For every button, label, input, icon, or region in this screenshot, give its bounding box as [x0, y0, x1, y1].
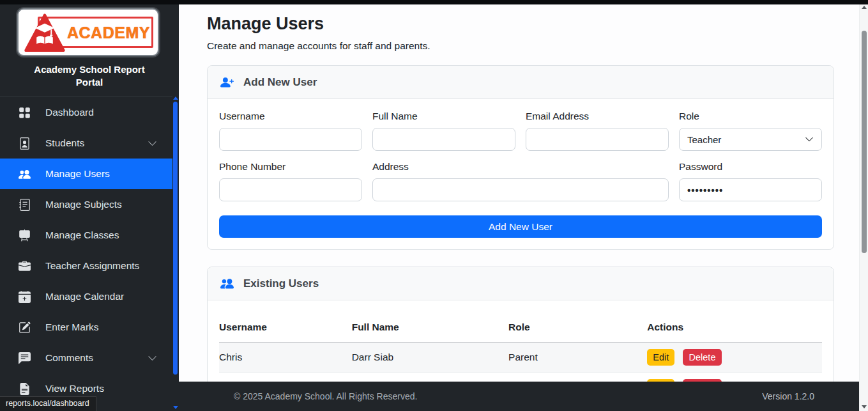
username-field-group: Username — [219, 111, 362, 151]
add-user-form: Username Full Name Email Address Role Te… — [219, 111, 822, 201]
page-subtitle: Create and manage accounts for staff and… — [207, 40, 834, 52]
sidebar-item-students[interactable]: Students — [0, 128, 172, 159]
table-row: Chris Darr Siab Parent Edit Delete — [219, 343, 822, 373]
sidebar-item-label: Dashboard — [45, 107, 94, 118]
existing-users-card-header: Existing Users — [208, 267, 834, 300]
edit-button[interactable]: Edit — [647, 349, 674, 366]
link-status-bar: reports.local/dashboard — [0, 396, 96, 411]
academy-logo: ACADEMY — [17, 8, 159, 56]
sidebar-item-label: Enter Marks — [45, 322, 99, 333]
address-field-group: Address — [372, 161, 669, 201]
pencil-square-icon — [19, 322, 31, 334]
calendar-plus-icon — [19, 291, 31, 303]
people-icon — [220, 277, 234, 290]
role-selected-value: Teacher — [687, 134, 721, 145]
add-user-card-header: Add New User — [208, 66, 834, 99]
cell-username: Chris — [219, 343, 352, 373]
full-name-field-group: Full Name — [372, 111, 515, 151]
sidebar-item-label: Teacher Assignments — [45, 260, 139, 272]
chevron-down-icon — [148, 139, 157, 148]
sidebar-item-label: Comments — [45, 352, 93, 364]
full-name-input[interactable] — [372, 128, 515, 151]
password-input[interactable] — [679, 178, 822, 201]
version-text: Version 1.2.0 — [762, 391, 814, 401]
existing-users-card-title: Existing Users — [243, 277, 319, 290]
username-input[interactable] — [219, 128, 362, 151]
phone-field-group: Phone Number — [219, 161, 362, 201]
sidebar-item-label: Manage Users — [45, 168, 110, 180]
sidebar-item-manage-calendar[interactable]: Manage Calendar — [0, 281, 172, 312]
phone-input[interactable] — [219, 178, 362, 201]
scroll-up-arrow-icon[interactable] — [173, 97, 178, 100]
sidebar-scrollbar-thumb[interactable] — [173, 102, 178, 375]
full-name-label: Full Name — [372, 111, 515, 122]
page-scrollbar[interactable] — [859, 0, 868, 411]
cell-full-name: Darr Siab — [352, 343, 508, 373]
sidebar-item-enter-marks[interactable]: Enter Marks — [0, 312, 172, 343]
person-plus-icon — [220, 75, 234, 89]
add-user-card-title: Add New User — [243, 76, 317, 89]
phone-label: Phone Number — [219, 161, 362, 173]
person-badge-icon — [19, 137, 31, 150]
cell-role: Parent — [508, 343, 647, 373]
scroll-up-arrow-icon[interactable] — [862, 6, 867, 9]
password-label: Password — [679, 161, 822, 173]
briefcase-icon — [19, 260, 31, 272]
copyright-text: © 2025 Academy School. All Rights Reserv… — [234, 391, 417, 401]
email-field-group: Email Address — [526, 111, 669, 151]
add-user-card-body: Username Full Name Email Address Role Te… — [208, 99, 834, 249]
sidebar-item-label: View Reports — [45, 383, 104, 394]
journal-icon — [19, 199, 31, 211]
role-select[interactable]: Teacher — [679, 128, 822, 151]
main-content: Manage Users Create and manage accounts … — [179, 4, 859, 411]
cell-actions: Edit Delete — [647, 343, 822, 373]
add-user-card: Add New User Username Full Name Email Ad… — [207, 65, 834, 250]
logo-wordmark: ACADEMY — [67, 23, 150, 42]
col-header-full-name: Full Name — [352, 312, 508, 343]
scroll-down-arrow-icon[interactable] — [173, 406, 178, 409]
email-input[interactable] — [526, 128, 669, 151]
graduation-triangle-icon — [24, 13, 65, 54]
sidebar-item-comments[interactable]: Comments — [0, 343, 172, 373]
sidebar-item-label: Manage Classes — [45, 229, 119, 241]
address-label: Address — [372, 161, 669, 173]
people-icon — [19, 168, 31, 180]
easel-icon — [19, 229, 31, 242]
sidebar-item-manage-classes[interactable]: Manage Classes — [0, 220, 172, 251]
sidebar-scrollbar[interactable] — [172, 96, 178, 411]
delete-button[interactable]: Delete — [683, 349, 722, 366]
footer: © 2025 Academy School. All Rights Reserv… — [179, 382, 859, 411]
sidebar-item-label: Manage Subjects — [45, 199, 122, 210]
file-text-icon — [19, 383, 31, 395]
sidebar-item-dashboard[interactable]: Dashboard — [0, 97, 172, 128]
sidebar-nav: Dashboard Students Manage Users Manage S… — [0, 97, 172, 404]
sidebar-item-teacher-assignments[interactable]: Teacher Assignments — [0, 251, 172, 281]
chevron-down-icon — [805, 135, 814, 144]
address-input[interactable] — [372, 178, 669, 201]
chat-icon — [19, 352, 31, 364]
table-header-row: Username Full Name Role Actions — [219, 312, 822, 343]
sidebar-item-manage-users[interactable]: Manage Users — [0, 159, 172, 189]
window-top-edge — [0, 0, 868, 4]
scroll-down-arrow-icon[interactable] — [862, 405, 867, 408]
email-label: Email Address — [526, 111, 669, 122]
portal-title: Academy School Report Portal — [22, 63, 156, 89]
page-title: Manage Users — [207, 14, 834, 34]
sidebar-item-label: Students — [45, 137, 84, 149]
sidebar: ACADEMY Academy School Report Portal Das… — [0, 0, 179, 411]
chevron-down-icon — [148, 353, 157, 363]
role-label: Role — [679, 111, 822, 122]
username-label: Username — [219, 111, 362, 122]
password-field-group: Password — [679, 161, 822, 201]
col-header-role: Role — [508, 312, 647, 343]
col-header-actions: Actions — [647, 312, 822, 343]
grid-icon — [19, 107, 31, 119]
col-header-username: Username — [219, 312, 352, 343]
sidebar-item-manage-subjects[interactable]: Manage Subjects — [0, 189, 172, 220]
role-field-group: Role Teacher — [679, 111, 822, 151]
add-new-user-button[interactable]: Add New User — [219, 215, 822, 238]
sidebar-item-label: Manage Calendar — [45, 291, 124, 302]
page-scrollbar-thumb[interactable] — [862, 31, 867, 253]
